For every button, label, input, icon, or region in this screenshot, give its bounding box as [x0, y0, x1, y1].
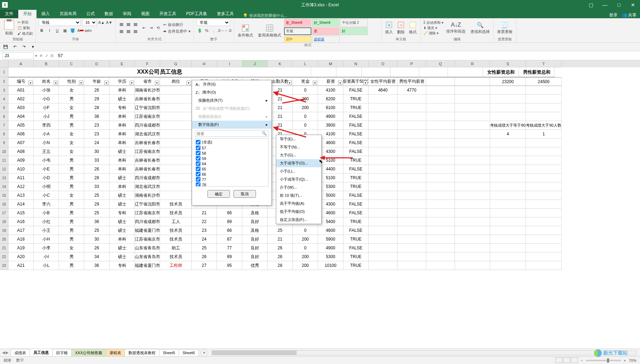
col-header[interactable]: D — [84, 60, 110, 67]
data-cell[interactable]: 湖南省长沙市 — [135, 191, 160, 200]
data-cell[interactable]: 小李 — [34, 244, 59, 252]
decrease-decimal-button[interactable]: ←.0 — [225, 27, 231, 34]
data-cell[interactable]: 技术员 — [160, 209, 192, 217]
decrease-indent-button[interactable]: ⇤ — [141, 25, 147, 31]
data-cell[interactable]: A12 — [8, 182, 34, 191]
data-cell[interactable]: 28 — [268, 261, 293, 270]
header-cell[interactable]: 女性平均薪资 — [369, 77, 397, 86]
data-cell[interactable]: 良好 — [242, 252, 268, 261]
tab-pdf[interactable]: PDF工具集 — [181, 9, 212, 18]
tab-file[interactable]: 文件 — [0, 9, 18, 18]
data-cell[interactable]: TRUE — [343, 235, 369, 244]
phonetic-button[interactable]: wén — [85, 27, 91, 34]
currency-button[interactable]: 💲 — [197, 27, 203, 34]
filter-checkbox-list[interactable]: (全选)57585964656677787980 — [195, 138, 269, 187]
data-cell[interactable]: 技术员 — [160, 200, 192, 209]
data-cell[interactable]: 4900 — [318, 244, 343, 252]
data-cell[interactable]: 硕士 — [110, 191, 135, 200]
filter-dropdown-icon[interactable]: ▾ — [130, 81, 134, 85]
data-cell[interactable]: 男 — [59, 235, 84, 244]
filter-checkbox[interactable] — [196, 146, 200, 150]
filter-search-box[interactable]: 🔍 — [195, 130, 269, 137]
col-header[interactable]: P — [397, 60, 426, 67]
data-cell[interactable]: 本科 — [110, 121, 135, 130]
data-cell[interactable]: 女 — [59, 147, 84, 156]
filter-ok-button[interactable]: 确定 — [207, 190, 230, 198]
filter-cancel-button[interactable]: 取消 — [233, 190, 256, 198]
filter-dropdown-icon[interactable]: ▾ — [313, 81, 317, 85]
format-cells-button[interactable]: 格式 — [408, 20, 417, 35]
data-cell[interactable]: TRUE — [343, 95, 369, 103]
data-cell[interactable]: 5400 — [318, 217, 343, 226]
filter-dropdown-icon[interactable]: ▾ — [186, 81, 191, 85]
data-cell[interactable]: A09 — [8, 156, 34, 165]
data-cell[interactable]: 87 — [217, 235, 242, 244]
data-cell[interactable]: 硕士 — [110, 217, 135, 226]
data-cell[interactable]: 小B — [34, 209, 59, 217]
filter-dropdown-icon[interactable]: ▾ — [104, 81, 108, 85]
filter-checkbox[interactable] — [196, 156, 200, 161]
data-cell[interactable]: FALSE — [343, 209, 369, 217]
tab-layout[interactable]: 页面布局 — [55, 9, 81, 18]
filter-checkbox[interactable] — [196, 167, 200, 171]
data-cell[interactable]: 4300 — [318, 147, 343, 156]
horizontal-scrollbar[interactable] — [212, 350, 636, 355]
data-cell[interactable]: A08 — [8, 147, 34, 156]
data-cell[interactable]: 小A — [34, 130, 59, 139]
header-cell[interactable]: 编号▾ — [8, 77, 34, 86]
data-cell[interactable]: A10 — [8, 165, 34, 174]
align-left-button[interactable] — [118, 28, 125, 35]
data-cell[interactable]: 湖北省武汉市 — [135, 130, 160, 139]
fill-color-button[interactable]: 🪣 — [70, 27, 76, 34]
close-icon[interactable]: ✕ — [626, 0, 640, 10]
tab-insert[interactable]: 插入 — [37, 9, 55, 18]
header-cell[interactable]: 年龄▾ — [84, 77, 110, 86]
data-cell[interactable]: 23 — [84, 130, 110, 139]
data-cell[interactable]: 10100 — [318, 261, 343, 270]
align-middle-button[interactable] — [125, 21, 132, 28]
data-cell[interactable]: FALSE — [343, 130, 369, 139]
col-header[interactable]: M — [318, 60, 343, 67]
sheet-tab[interactable]: Sheet5 — [159, 349, 179, 356]
data-cell[interactable]: 小G — [34, 95, 59, 103]
header-cell[interactable]: 姓名▾ — [34, 77, 59, 86]
row-header[interactable]: 19 — [0, 226, 8, 235]
filter-dropdown-icon[interactable]: ▾ — [54, 81, 58, 85]
col-header[interactable]: T — [526, 60, 562, 67]
sheet-nav-prev-icon[interactable]: ◀ — [2, 350, 5, 355]
tab-home[interactable]: 开始 — [18, 9, 37, 18]
data-cell[interactable] — [160, 95, 192, 103]
filter-equal-item[interactable]: 等于(E)... — [276, 135, 321, 143]
filter-checkbox[interactable] — [196, 182, 200, 187]
zoom-in-icon[interactable]: + — [624, 358, 626, 363]
sort-ascending-item[interactable]: A↓升序(S) — [192, 80, 271, 88]
data-cell[interactable]: A01 — [8, 86, 34, 95]
sort-descending-item[interactable]: Z↓降序(O) — [192, 88, 271, 96]
filter-dropdown-icon[interactable]: ▾ — [28, 81, 33, 85]
data-cell[interactable]: FALSE — [343, 86, 369, 95]
data-cell[interactable]: 及格 — [242, 209, 268, 217]
data-cell[interactable]: 男 — [59, 174, 84, 182]
data-cell[interactable]: FALSE — [343, 244, 369, 252]
percent-button[interactable]: % — [204, 27, 210, 34]
col-header[interactable]: Q — [426, 60, 455, 67]
data-cell[interactable]: 硕士 — [110, 174, 135, 182]
data-cell[interactable]: 硕士 — [110, 147, 135, 156]
data-cell[interactable]: 6100 — [318, 103, 343, 112]
data-cell[interactable]: 28 — [84, 103, 110, 112]
filter-above-avg-item[interactable]: 高于平均值(A) — [276, 200, 321, 208]
data-cell[interactable]: 福建省厦门市 — [135, 261, 160, 270]
data-cell[interactable]: 0 — [293, 121, 318, 130]
row-header[interactable]: 22 — [0, 252, 8, 261]
sheet-tab[interactable]: 数据透视表教程 — [125, 349, 159, 357]
row-header[interactable]: 8 — [0, 130, 8, 139]
clear-button[interactable]: 🧹 清除 ▾ — [423, 31, 443, 36]
data-cell[interactable]: 女 — [59, 103, 84, 112]
style-hyperlink[interactable]: 超链接 — [312, 36, 339, 43]
increase-font-icon[interactable]: A▲ — [98, 19, 105, 26]
data-cell[interactable]: 26 — [84, 86, 110, 95]
row-header[interactable]: 16 — [0, 200, 8, 209]
data-cell[interactable]: FALSE — [343, 147, 369, 156]
data-cell[interactable]: FALSE — [343, 165, 369, 174]
filter-checkbox[interactable] — [196, 151, 200, 155]
